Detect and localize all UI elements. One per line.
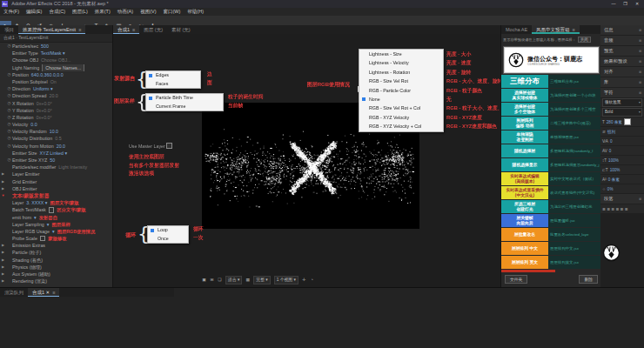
effect-property-row[interactable]: ◷Position640.0,360.0,0.0 bbox=[0, 71, 112, 78]
property-value[interactable]: Light Intensity bbox=[58, 164, 87, 171]
layer-sampling-menu-item-0[interactable]: Particle Birth Time bbox=[146, 94, 223, 103]
script-button-1[interactable]: 选择层创建 真实球或锥体 bbox=[501, 89, 548, 102]
effect-property-row[interactable]: ▶Emission Extras bbox=[0, 242, 112, 249]
effect-property-row[interactable]: ▶Physics (物理) bbox=[0, 264, 112, 271]
expand-arrow-icon[interactable]: ▶ bbox=[0, 178, 6, 185]
loop-menu-item-1[interactable]: Once bbox=[148, 235, 188, 244]
fill-color-swatch[interactable] bbox=[624, 118, 631, 125]
menubar-item-5[interactable]: 动画(A) bbox=[114, 8, 137, 16]
property-value[interactable]: 0x+0.0° bbox=[36, 114, 51, 121]
use-master-layer-row[interactable]: Use Master Layer bbox=[129, 143, 172, 149]
expand-arrow-icon[interactable]: ▶ bbox=[0, 242, 6, 249]
property-value[interactable]: Choose OBJ... bbox=[41, 57, 70, 64]
dock-panel-1[interactable]: 音频≡ bbox=[600, 36, 644, 45]
expand-arrow-icon[interactable]: ▶ bbox=[0, 185, 6, 192]
layer-sampling-menu-item-1[interactable]: Current Frame bbox=[146, 103, 223, 111]
viewer-tab-0[interactable]: 合成1≡ bbox=[113, 25, 139, 34]
emit-from-menu-item-0[interactable]: Edges bbox=[146, 71, 200, 80]
script-button-11[interactable]: 层批量改名 bbox=[501, 228, 548, 241]
menubar-item-1[interactable]: 编辑(E) bbox=[23, 8, 45, 16]
script-button-2[interactable]: 选择层创建 多个空物体 bbox=[501, 103, 548, 116]
rgb-menu-item-4[interactable]: RGB - Particle Color bbox=[359, 86, 443, 95]
dock-panel-3[interactable]: 效果和预设≡ bbox=[600, 57, 644, 66]
dock-panel-2[interactable]: 预览≡ bbox=[600, 46, 644, 56]
property-value[interactable]: ▾ bbox=[52, 228, 55, 235]
effect-property-row[interactable]: ◷Direction Spread20.0 bbox=[0, 92, 112, 99]
viewer-icon-2[interactable]: ❏ bbox=[216, 276, 224, 284]
rgb-menu-item-1[interactable]: Lightness - Velocity bbox=[359, 58, 443, 67]
effect-property-row[interactable]: Probe Scale蒙版修改 bbox=[0, 235, 112, 242]
character-panel-header[interactable]: 字符≡ bbox=[600, 88, 644, 97]
property-checkbox[interactable] bbox=[40, 236, 46, 242]
property-value[interactable]: 500 bbox=[41, 43, 49, 50]
loop-menu-item-0[interactable]: Loop bbox=[148, 226, 188, 235]
font-style-select[interactable]: Bold bbox=[602, 108, 642, 117]
effect-property-row[interactable]: ◷Y Rotation0x+0.0° bbox=[0, 107, 112, 114]
timeline-tab-0[interactable]: 渲染队列 bbox=[0, 288, 28, 297]
stopwatch-icon[interactable]: ◷ bbox=[6, 135, 12, 142]
expand-arrow-icon[interactable]: ▶ bbox=[0, 264, 6, 271]
script-button-3[interactable]: 图层阵列 偏移 动画 bbox=[501, 117, 548, 130]
effect-property-row[interactable]: ◷Velocity0.0 bbox=[0, 121, 112, 128]
stopwatch-icon[interactable]: ◷ bbox=[6, 143, 12, 150]
effect-property-row[interactable]: Layer RGB Usage▾图层RGB使用情况 bbox=[0, 228, 112, 235]
effect-property-row[interactable]: Light NamingChoose Names... bbox=[0, 64, 112, 71]
effect-property-row[interactable]: ▼文本/蒙版发射器 bbox=[0, 192, 112, 199]
property-value[interactable]: ▾ bbox=[34, 214, 37, 221]
character-value-4[interactable]: 100% bbox=[610, 168, 621, 172]
effect-property-row[interactable]: Emitter TypeText/Mask ▾ bbox=[0, 50, 112, 57]
use-master-layer-checkbox[interactable] bbox=[166, 143, 172, 149]
property-value[interactable]: 3. XXXX ▾ bbox=[26, 199, 47, 206]
expand-arrow-icon[interactable]: ▶ bbox=[0, 171, 6, 177]
script-button-6[interactable]: 随机选择显示 bbox=[501, 158, 548, 171]
stopwatch-icon[interactable]: ◷ bbox=[6, 114, 12, 121]
property-value[interactable]: 10.0 bbox=[50, 128, 58, 135]
presets-close-button[interactable]: 关闭 bbox=[578, 37, 591, 43]
effect-property-row[interactable]: Choose OBJChoose OBJ... bbox=[0, 57, 112, 64]
menubar-item-2[interactable]: 合成(C) bbox=[45, 8, 69, 16]
effect-property-row[interactable]: ▶Rendering (渲染) bbox=[0, 278, 112, 284]
property-value[interactable]: 50 bbox=[50, 157, 55, 164]
character-value-3[interactable]: 100% bbox=[608, 158, 619, 163]
property-value[interactable]: 0.0 bbox=[30, 121, 37, 128]
viewer-icon-4[interactable]: ✛ bbox=[300, 276, 308, 284]
stopwatch-icon[interactable]: ◷ bbox=[6, 128, 12, 135]
menubar-item-0[interactable]: 文件(F) bbox=[0, 8, 23, 16]
effect-property-row[interactable]: ◷Emitter Size XYZ50 bbox=[0, 157, 112, 164]
property-value[interactable]: 20.0 bbox=[49, 92, 57, 99]
effect-controls-tab-0[interactable]: 项目 bbox=[0, 25, 18, 34]
stopwatch-icon[interactable]: ◷ bbox=[6, 71, 12, 78]
effect-property-row[interactable]: ▶Shading (着色) bbox=[0, 257, 112, 264]
effect-property-row[interactable]: Layer3. XXXX ▾图层文字/蒙版 bbox=[0, 199, 112, 206]
effect-property-row[interactable]: ▶Layer Emitter bbox=[0, 171, 112, 177]
zoom-level-select[interactable]: 适合 ▾ bbox=[225, 276, 242, 284]
effect-property-row[interactable]: ◷Particles/sec500 bbox=[0, 43, 112, 50]
property-value[interactable]: XYZ Linked ▾ bbox=[40, 150, 68, 157]
effect-property-row[interactable]: ▶OBJ Emitter bbox=[0, 185, 112, 192]
script-button-7[interactable]: 实时表达式编辑 (高级版本) bbox=[501, 172, 548, 185]
character-value-2[interactable]: 0 bbox=[609, 149, 612, 153]
presets-tab-0[interactable]: Mocha AE bbox=[501, 25, 532, 34]
viewer-icon-1[interactable]: ⊞ bbox=[208, 276, 216, 284]
minimize-button[interactable]: — bbox=[608, 0, 619, 8]
script-button-13[interactable]: 层层排列 英文 bbox=[501, 256, 548, 269]
character-value-5[interactable]: 0 像素 bbox=[608, 177, 620, 182]
menubar-item-4[interactable]: 效果(T) bbox=[91, 8, 114, 16]
resolution-select[interactable]: 完整 ▾ bbox=[253, 276, 270, 284]
menubar-item-6[interactable]: 视图(V) bbox=[137, 8, 159, 16]
property-value[interactable]: Choose Names... bbox=[42, 64, 84, 71]
script-button-9[interactable]: 所选三维层 创建灯光 bbox=[501, 200, 548, 213]
maximize-button[interactable]: ❐ bbox=[620, 0, 630, 8]
stopwatch-icon[interactable]: ◷ bbox=[6, 92, 12, 99]
effect-property-row[interactable]: Emitter SizeXYZ Linked ▾ bbox=[0, 150, 112, 157]
viewer-icon-0[interactable]: ▣ bbox=[200, 276, 208, 284]
effect-controls-panel-menu-icon[interactable]: ≡ bbox=[78, 27, 81, 32]
property-value[interactable]: 640.0,360.0,0.0 bbox=[31, 71, 64, 78]
rgb-menu-item-8[interactable]: RGB - XYZ Velocity + Col bbox=[359, 122, 443, 130]
script-button-10[interactable]: 层关键帧 向前向后 bbox=[501, 214, 548, 227]
effect-property-row[interactable]: Position SubpixelOn bbox=[0, 78, 112, 85]
rgb-menu-item-5[interactable]: None bbox=[359, 95, 443, 104]
stopwatch-icon[interactable]: ◷ bbox=[6, 43, 12, 50]
script-button-5[interactable]: 随机选择层 bbox=[501, 144, 548, 157]
effect-property-row[interactable]: ▶Aux System (辅助) bbox=[0, 271, 112, 278]
